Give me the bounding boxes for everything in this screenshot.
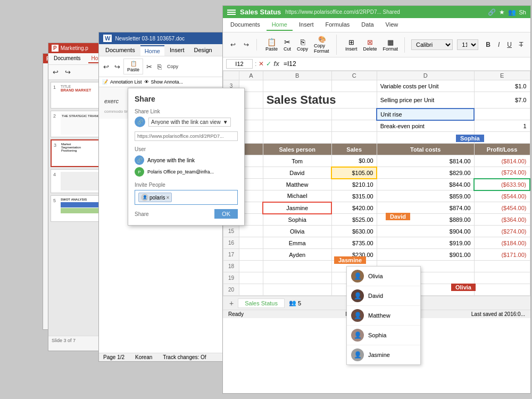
sheet-tab-formulas[interactable]: Formulas [320, 19, 355, 31]
cell-c6[interactable] [331, 120, 377, 132]
cell-a20[interactable] [239, 284, 263, 296]
ppt-undo-btn[interactable]: ↩ [51, 67, 61, 77]
fx-icon[interactable]: fx [273, 60, 279, 68]
word-cut-btn[interactable]: ✂ [144, 62, 154, 72]
star-icon[interactable]: ★ [499, 9, 505, 16]
cell-d10[interactable]: $829.00 [377, 167, 474, 179]
word-paste-btn[interactable]: 📋 Paste [123, 59, 143, 74]
cell-b7[interactable] [263, 132, 331, 144]
cell-c11[interactable]: $210.10 [331, 179, 377, 190]
sheet-tab-documents[interactable]: Documents [225, 19, 265, 31]
sheet-redo-btn[interactable]: ↪ [240, 39, 252, 51]
cell-c16[interactable]: $735.00 [331, 237, 377, 249]
cell-d5[interactable]: Unit rise [377, 109, 474, 120]
sheet-format-btn[interactable]: ▦ Format [381, 37, 401, 53]
sheet-undo-btn[interactable]: ↩ [227, 39, 239, 51]
share-label[interactable]: Sh [519, 9, 526, 15]
cell-e3[interactable]: $1.0 [474, 80, 530, 92]
sheet-tab-sales-status[interactable]: Sales Status [238, 298, 285, 308]
cell-c3[interactable] [331, 80, 377, 92]
share-share-btn[interactable]: Share [135, 211, 149, 217]
cell-d16[interactable]: $919.00 [377, 237, 474, 249]
invite-tag-remove[interactable]: × [166, 195, 169, 201]
cell-b5[interactable] [263, 109, 331, 120]
word-tab-insert[interactable]: Insert [165, 45, 189, 56]
sheet-cut-btn[interactable]: ✂ Cut [281, 37, 293, 53]
word-format-copy-btn[interactable]: Copy [165, 63, 180, 70]
cell-e15[interactable]: ($274.00) [474, 226, 530, 237]
italic-btn[interactable]: I [495, 39, 503, 51]
share-ok-btn[interactable]: OK [214, 209, 238, 219]
cell-b15-olivia[interactable]: Olivia [263, 226, 331, 237]
cell-e14[interactable]: ($364.00) [474, 214, 530, 226]
word-redo-btn[interactable]: ↪ [112, 62, 122, 72]
bold-btn[interactable]: B [483, 39, 494, 51]
cell-b13-jasmine[interactable]: Jasmine [263, 202, 331, 214]
word-tab-home[interactable]: Home [140, 45, 164, 56]
cell-b11-matthew[interactable]: Matthew [263, 179, 331, 190]
cell-e10[interactable]: ($724.00) [474, 167, 530, 179]
sheet-tab-data[interactable]: Data [356, 19, 379, 31]
cell-c7[interactable] [331, 132, 377, 144]
sheet-delete-btn[interactable]: ⊠ Delete [361, 37, 379, 53]
confirm-formula-icon[interactable]: ✓ [266, 60, 271, 68]
share-permission-dropdown[interactable]: Anyone with the link can view ▼ [148, 118, 231, 127]
cell-c13[interactable]: $420.00 [331, 202, 377, 214]
cell-d12[interactable]: $859.00 [377, 190, 474, 202]
sheet-paste-btn[interactable]: 📋 Paste [263, 37, 280, 53]
share-icon[interactable]: 👥 [508, 9, 516, 16]
link-icon[interactable]: 🔗 [488, 9, 496, 16]
cell-e17[interactable]: ($171.00) [474, 249, 530, 261]
invite-input[interactable]: 👤 polaris × [135, 190, 238, 205]
sheet-copy-format-btn[interactable]: 🎨 Copy Format [312, 35, 332, 55]
cell-c9[interactable]: $0.00 [331, 155, 377, 167]
cell-b17-ayden[interactable]: Ayden [263, 249, 331, 261]
cell-b3[interactable] [263, 80, 331, 92]
sheet-insert-btn[interactable]: ⊞ Insert [343, 37, 360, 53]
cell-e4[interactable]: $7.0 [474, 92, 530, 109]
polaris-menu-icon[interactable] [227, 10, 236, 15]
cell-c14[interactable]: $525.00 [331, 214, 377, 226]
cell-d4[interactable]: Selling price per Unit [377, 92, 474, 109]
cell-e16[interactable]: ($184.00) [474, 237, 530, 249]
cell-e12[interactable]: ($544.00) [474, 190, 530, 202]
cell-a18[interactable] [239, 261, 263, 272]
word-copy-btn[interactable]: ⎘ [155, 62, 164, 72]
cell-d3[interactable]: Variable costs per Unit [377, 80, 474, 92]
cell-a19[interactable] [239, 272, 263, 284]
cell-c12[interactable]: $315.00 [331, 190, 377, 202]
formula-input[interactable] [281, 59, 527, 69]
font-size-select[interactable]: 11 [457, 39, 478, 50]
cell-c10[interactable]: $105.00 [331, 167, 377, 179]
strikethrough-btn[interactable]: T̶ [516, 39, 526, 51]
word-undo-btn[interactable]: ↩ [101, 62, 111, 72]
add-sheet-btn[interactable]: + [227, 299, 236, 307]
cell-e6[interactable]: 1 [474, 120, 530, 132]
cell-e13[interactable]: ($454.00) [474, 202, 530, 214]
share-url-input[interactable] [135, 131, 238, 141]
cell-a15[interactable] [239, 226, 263, 237]
grid-scroll-area[interactable]: A B C D E 3 Variable costs per Unit $1.0 [223, 71, 530, 296]
cell-reference[interactable] [226, 59, 253, 69]
cell-b6[interactable] [263, 120, 331, 132]
cell-e9[interactable]: ($814.00) [474, 155, 530, 167]
sheet-tab-home[interactable]: Home [267, 19, 293, 31]
font-name-select[interactable]: Calibri [411, 39, 453, 50]
cell-c5[interactable] [331, 109, 377, 120]
cell-a17[interactable] [239, 249, 263, 261]
cell-d17[interactable]: $901.00 [377, 249, 474, 261]
sheet-tab-insert[interactable]: Insert [294, 19, 319, 31]
cell-b12-michael[interactable]: Michael [263, 190, 331, 202]
cell-d6[interactable]: Break-even point [377, 120, 474, 132]
cell-c15[interactable]: $630.00 [331, 226, 377, 237]
word-tab-documents[interactable]: Documents [101, 45, 139, 56]
ppt-redo-btn[interactable]: ↪ [63, 67, 73, 77]
cell-d9[interactable]: $814.00 [377, 155, 474, 167]
sheet-tab-view[interactable]: View [380, 19, 404, 31]
cell-e11[interactable]: ($633.90) [474, 179, 530, 190]
ppt-tab-documents[interactable]: Documents [51, 54, 84, 63]
cell-d11[interactable]: $844.00 [377, 179, 474, 190]
underline-btn[interactable]: U [504, 39, 515, 51]
cell-b9-tom[interactable]: Tom [263, 155, 331, 167]
cancel-formula-icon[interactable]: ✕ [259, 60, 264, 68]
